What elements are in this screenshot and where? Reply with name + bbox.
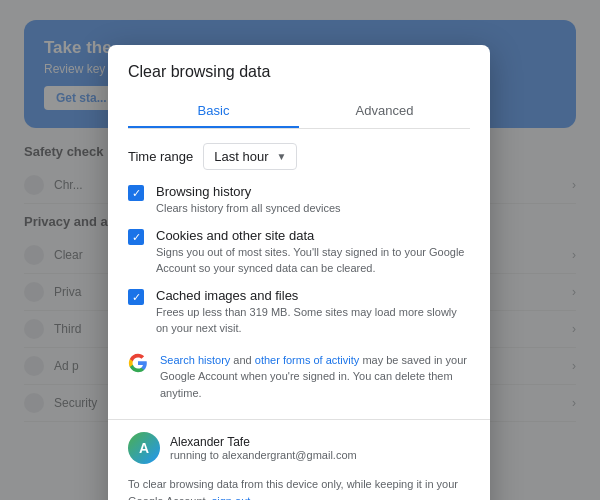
tab-advanced[interactable]: Advanced [299, 93, 470, 128]
avatar: A [128, 432, 160, 464]
time-range-select[interactable]: Last hour ▼ [203, 143, 297, 170]
cookies-label: Cookies and other site data [156, 228, 470, 243]
cached-images-label: Cached images and files [156, 288, 470, 303]
account-email: running to alexandergrant@gmail.com [170, 449, 470, 461]
account-section: A Alexander Tafe running to alexandergra… [108, 419, 490, 476]
cached-images-checkbox[interactable]: ✓ [128, 289, 144, 305]
signout-notice: To clear browsing data from this device … [108, 476, 490, 500]
google-notice-text: Search history and other forms of activi… [160, 352, 470, 402]
tab-basic[interactable]: Basic [128, 93, 299, 128]
cached-images-checkbox-item: ✓ Cached images and files Frees up less … [128, 288, 470, 336]
signout-text: To clear browsing data from this device … [128, 478, 458, 500]
sign-out-link[interactable]: sign out [212, 495, 251, 500]
clear-browsing-data-dialog: Clear browsing data Basic Advanced Time … [108, 45, 490, 500]
dialog-title: Clear browsing data [128, 63, 470, 81]
checkmark-icon: ✓ [132, 188, 141, 199]
chevron-down-icon: ▼ [276, 151, 286, 162]
cached-images-desc: Frees up less than 319 MB. Some sites ma… [156, 305, 470, 336]
time-range-value: Last hour [214, 149, 268, 164]
account-info: Alexander Tafe running to alexandergrant… [170, 435, 470, 461]
cookies-checkbox-item: ✓ Cookies and other site data Signs you … [128, 228, 470, 276]
google-account-notice: Search history and other forms of activi… [128, 348, 470, 406]
browsing-history-checkbox-item: ✓ Browsing history Clears history from a… [128, 184, 470, 216]
account-name: Alexander Tafe [170, 435, 470, 449]
time-range-label: Time range [128, 149, 193, 164]
browsing-history-checkbox[interactable]: ✓ [128, 185, 144, 201]
dialog-header: Clear browsing data Basic Advanced [108, 45, 490, 129]
cookies-checkbox[interactable]: ✓ [128, 229, 144, 245]
browsing-history-text: Browsing history Clears history from all… [156, 184, 341, 216]
time-range-row: Time range Last hour ▼ [128, 143, 470, 170]
browsing-history-label: Browsing history [156, 184, 341, 199]
google-g-logo [128, 353, 148, 373]
cookies-text: Cookies and other site data Signs you ou… [156, 228, 470, 276]
tab-bar: Basic Advanced [128, 93, 470, 129]
search-history-link[interactable]: Search history [160, 354, 230, 366]
checkmark-icon: ✓ [132, 232, 141, 243]
dialog-body: Time range Last hour ▼ ✓ Browsing histor… [108, 129, 490, 419]
other-activity-link[interactable]: other forms of activity [255, 354, 360, 366]
cached-images-text: Cached images and files Frees up less th… [156, 288, 470, 336]
cookies-desc: Signs you out of most sites. You'll stay… [156, 245, 470, 276]
checkmark-icon: ✓ [132, 292, 141, 303]
browsing-history-desc: Clears history from all synced devices [156, 201, 341, 216]
